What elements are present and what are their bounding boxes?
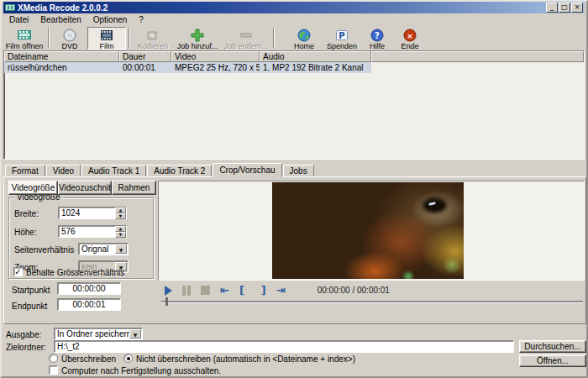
job-add-icon — [191, 29, 204, 42]
tab-strip: Format Video Audio Track 1 Audio Track 2… — [5, 163, 315, 176]
film-button[interactable]: Film — [87, 27, 126, 50]
open-film-button[interactable]: Film öffnen — [3, 27, 45, 50]
playback-time: 00:00:00 / 00:00:01 — [318, 286, 390, 295]
job-add-button[interactable]: Job hinzuf... — [173, 27, 222, 50]
table-row[interactable]: rüsselhündchen 00:00:01 MPEG2 25 Hz, 720… — [4, 62, 371, 73]
dvd-icon — [63, 29, 76, 42]
goto-end-button[interactable]: ⇥ — [276, 285, 286, 296]
ausgabe-select[interactable]: In Ordner speichern ▼ — [54, 328, 143, 340]
set-end-button[interactable]: ] — [261, 285, 266, 296]
film-icon — [100, 29, 113, 42]
svg-text:P: P — [339, 31, 344, 40]
stop-button — [201, 286, 210, 295]
column-header-video[interactable]: Video — [171, 51, 260, 62]
dvd-button[interactable]: DVD — [52, 27, 87, 50]
goto-start-button[interactable]: ⇤ — [220, 285, 229, 296]
svg-text:?: ? — [375, 31, 380, 40]
no-overwrite-label: Nicht überschreiben (automatisch in <Dat… — [136, 354, 355, 364]
shutdown-checkbox[interactable] — [49, 365, 58, 375]
startpunkt-field[interactable] — [57, 282, 121, 295]
toolbar-separator — [129, 28, 130, 48]
titlebar: XMedia Recode 2.0.0.2 _ □ × — [3, 2, 585, 13]
breite-spin-buttons[interactable]: ▲▼ — [115, 207, 126, 218]
column-header-dauer[interactable]: Dauer — [119, 51, 171, 62]
home-button[interactable]: Home — [286, 27, 323, 50]
app-icon — [5, 3, 15, 13]
no-overwrite-radio[interactable] — [123, 354, 133, 363]
tab-audio-track-1[interactable]: Audio Track 1 — [81, 165, 146, 176]
zielordner-label: Zielordner: — [6, 343, 46, 352]
toolbar: Film öffnen DVD Film Kodieren Job hinzuf… — [3, 26, 585, 50]
encode-icon — [146, 29, 160, 42]
toolbar-separator — [273, 28, 275, 48]
menu-datei[interactable]: Datei — [3, 14, 34, 25]
menu-bearbeiten[interactable]: Bearbeiten — [34, 14, 87, 25]
encode-button: Kodieren — [133, 27, 173, 50]
overwrite-radio[interactable] — [49, 354, 58, 363]
keep-ratio-label: Behalte Grössenverhältnis — [26, 268, 124, 277]
job-remove-button: Job entfern... — [222, 27, 270, 50]
animal-eye — [424, 199, 445, 212]
breite-spinner-wrap: ▲▼ — [58, 207, 127, 219]
chevron-down-icon[interactable]: ▼ — [129, 329, 141, 339]
spin-up-icon: ▲ — [115, 226, 126, 232]
column-header-dateiname[interactable]: Dateiname — [4, 51, 119, 62]
video-preview-frame — [272, 182, 464, 279]
ausgabe-label: Ausgabe: — [6, 330, 41, 339]
play-button[interactable] — [165, 286, 172, 296]
play-icon — [165, 286, 172, 296]
spin-down-icon: ▼ — [115, 232, 126, 238]
file-list: Dateiname Dauer Video Audio rüsselhündch… — [3, 50, 585, 160]
videogroesse-button[interactable]: Videogröße — [8, 181, 58, 195]
videozuschnitt-button[interactable]: Videozuschnitt — [58, 181, 112, 195]
preview-panel — [158, 181, 585, 281]
film-open-icon — [18, 29, 31, 42]
hoehe-label: Höhe: — [14, 228, 37, 237]
crop-subtabs: Videogröße Videozuschnitt Rahmen — [8, 181, 156, 195]
zielordner-field[interactable] — [54, 340, 514, 353]
keep-ratio-checkbox[interactable]: ✓ — [13, 267, 23, 276]
videosize-groupbox: Videogröße Breite: ▲▼ Höhe: ▲▼ Seitenver… — [8, 197, 154, 279]
tab-video[interactable]: Video — [46, 165, 81, 176]
donate-button[interactable]: P Spenden — [323, 27, 361, 50]
tab-format[interactable]: Format — [5, 165, 45, 176]
open-button[interactable]: Öffnen... — [519, 354, 586, 367]
menu-optionen[interactable]: Optionen — [87, 14, 134, 25]
seitenverhaeltnis-select[interactable]: Orignal ▼ — [78, 243, 129, 255]
app-window: XMedia Recode 2.0.0.2 _ □ × Datei Bearbe… — [0, 0, 588, 378]
spin-down-icon: ▼ — [115, 213, 126, 219]
eye-glint — [428, 202, 436, 206]
toolbar-separator — [48, 28, 50, 48]
close-button[interactable]: × — [571, 3, 583, 13]
seek-slider-thumb[interactable] — [165, 297, 168, 306]
spin-up-icon: ▲ — [115, 207, 126, 213]
donate-icon: P — [335, 29, 349, 42]
help-button[interactable]: ? Hilfe — [361, 27, 393, 50]
home-globe-icon — [297, 29, 311, 42]
minimize-button[interactable]: _ — [546, 3, 558, 13]
set-start-button[interactable]: [ — [239, 285, 244, 296]
menubar: Datei Bearbeiten Optionen ? — [3, 14, 585, 25]
playback-controls: ⇤ [ ] ⇥ 00:00:00 / 00:00:01 — [165, 285, 390, 296]
window-title: XMedia Recode 2.0.0.2 — [18, 3, 545, 13]
endpunkt-field[interactable] — [57, 298, 121, 311]
overwrite-label: Überschreiben — [61, 354, 116, 364]
svg-text:×: × — [407, 32, 413, 40]
menu-hilfe[interactable]: ? — [133, 14, 150, 25]
tab-jobs[interactable]: Jobs — [283, 165, 314, 176]
column-header-audio[interactable]: Audio — [260, 51, 371, 62]
startpunkt-label: Startpunkt — [12, 286, 50, 295]
chevron-down-icon[interactable]: ▼ — [115, 244, 127, 254]
tab-audio-track-2[interactable]: Audio Track 2 — [147, 165, 212, 176]
breite-label: Breite: — [14, 209, 39, 218]
pause-button — [182, 286, 191, 296]
hoehe-spin-buttons[interactable]: ▲▼ — [115, 226, 126, 237]
tab-crop-vorschau[interactable]: Crop/Vorschau — [213, 163, 281, 177]
rahmen-button[interactable]: Rahmen — [112, 181, 156, 195]
maximize-button[interactable]: □ — [559, 3, 570, 13]
endpunkt-label: Endpunkt — [12, 302, 47, 311]
seek-slider[interactable] — [161, 301, 583, 302]
exit-button[interactable]: × Ende — [393, 27, 427, 50]
exit-icon: × — [403, 29, 417, 42]
browse-button[interactable]: Durchsuchen... — [519, 340, 586, 353]
